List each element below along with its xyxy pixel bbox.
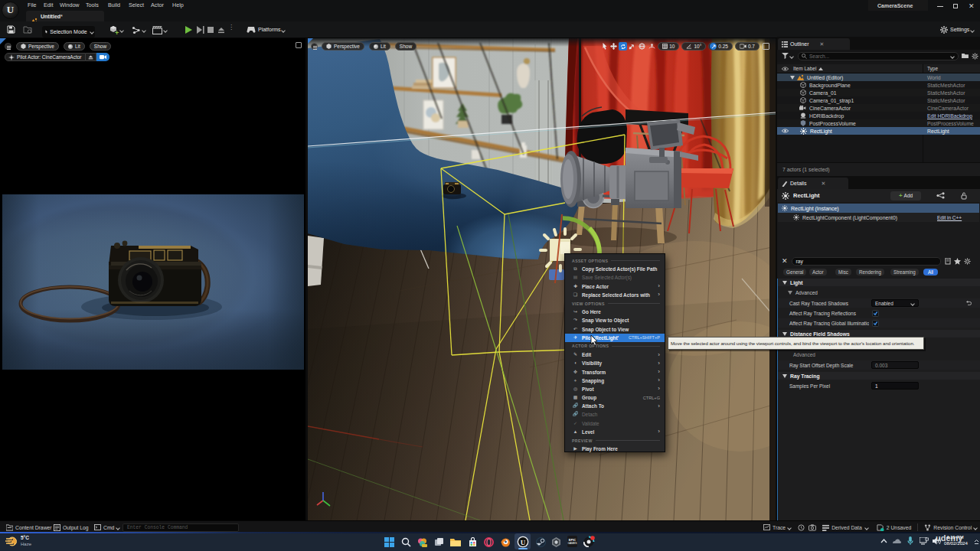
svg-text:GAMES: GAMES <box>567 542 577 545</box>
svg-text:+: + <box>115 29 119 36</box>
svg-text:U: U <box>521 538 526 546</box>
svg-text:EPIC: EPIC <box>569 538 576 542</box>
